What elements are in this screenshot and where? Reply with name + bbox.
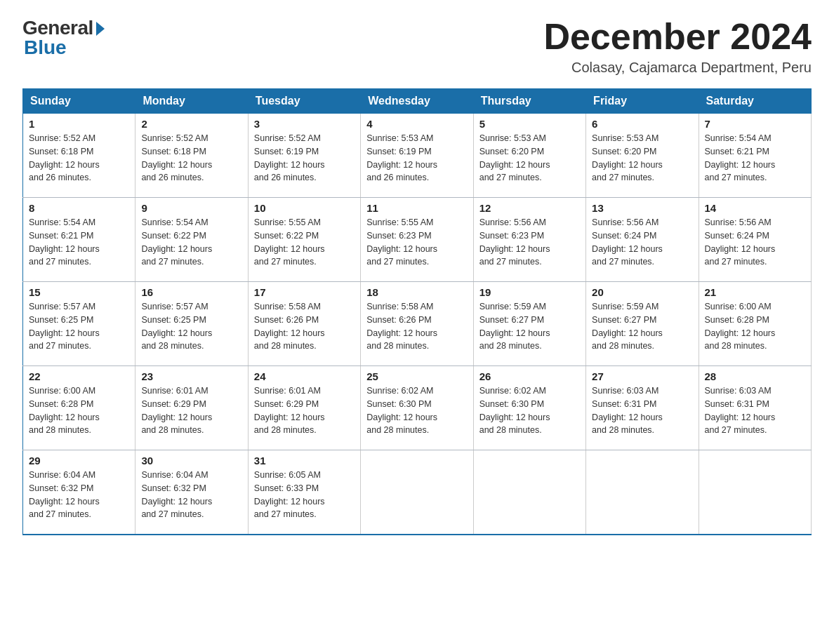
day-number: 23 [141,370,241,382]
day-info: Sunrise: 5:54 AMSunset: 6:21 PMDaylight:… [29,217,100,267]
day-number: 27 [592,370,692,382]
table-row: 22Sunrise: 6:00 AMSunset: 6:28 PMDayligh… [23,366,135,450]
table-row: 28Sunrise: 6:03 AMSunset: 6:31 PMDayligh… [699,366,811,450]
day-info: Sunrise: 5:55 AMSunset: 6:23 PMDaylight:… [366,217,437,267]
title-section: December 2024 Colasay, Cajamarca Departm… [543,17,812,76]
day-number: 28 [705,370,805,382]
day-number: 4 [366,118,467,130]
day-info: Sunrise: 5:58 AMSunset: 6:26 PMDaylight:… [254,302,325,351]
day-number: 2 [141,118,241,130]
day-info: Sunrise: 5:56 AMSunset: 6:23 PMDaylight:… [479,217,550,267]
day-number: 29 [29,455,129,467]
table-row: 23Sunrise: 6:01 AMSunset: 6:29 PMDayligh… [135,366,248,450]
table-row [473,450,585,535]
table-row: 29Sunrise: 6:04 AMSunset: 6:32 PMDayligh… [23,450,135,535]
table-row: 14Sunrise: 5:56 AMSunset: 6:24 PMDayligh… [699,198,811,282]
day-number: 25 [366,370,467,382]
table-row [586,450,699,535]
day-number: 6 [592,118,692,130]
header-monday: Monday [135,89,248,114]
calendar-table: Sunday Monday Tuesday Wednesday Thursday… [22,88,812,535]
day-info: Sunrise: 5:58 AMSunset: 6:26 PMDaylight:… [366,302,437,351]
day-info: Sunrise: 6:05 AMSunset: 6:33 PMDaylight:… [254,470,325,519]
day-info: Sunrise: 6:01 AMSunset: 6:29 PMDaylight:… [254,386,325,435]
day-info: Sunrise: 5:59 AMSunset: 6:27 PMDaylight:… [479,302,550,351]
day-number: 20 [592,286,692,298]
calendar-week-row: 22Sunrise: 6:00 AMSunset: 6:28 PMDayligh… [23,366,812,450]
table-row: 30Sunrise: 6:04 AMSunset: 6:32 PMDayligh… [135,450,248,535]
day-info: Sunrise: 5:57 AMSunset: 6:25 PMDaylight:… [29,302,100,351]
table-row: 20Sunrise: 5:59 AMSunset: 6:27 PMDayligh… [586,282,699,366]
day-number: 31 [254,455,355,467]
location-title: Colasay, Cajamarca Department, Peru [543,60,812,76]
table-row: 31Sunrise: 6:05 AMSunset: 6:33 PMDayligh… [248,450,360,535]
calendar-week-row: 29Sunrise: 6:04 AMSunset: 6:32 PMDayligh… [23,450,812,535]
day-info: Sunrise: 6:01 AMSunset: 6:29 PMDaylight:… [141,386,212,435]
day-number: 9 [141,202,241,214]
table-row: 1Sunrise: 5:52 AMSunset: 6:18 PMDaylight… [23,114,135,198]
day-info: Sunrise: 5:52 AMSunset: 6:18 PMDaylight:… [141,133,212,182]
day-info: Sunrise: 6:03 AMSunset: 6:31 PMDaylight:… [705,386,776,435]
day-info: Sunrise: 6:02 AMSunset: 6:30 PMDaylight:… [366,386,437,435]
header-wednesday: Wednesday [361,89,473,114]
header-sunday: Sunday [23,89,135,114]
calendar-week-row: 1Sunrise: 5:52 AMSunset: 6:18 PMDaylight… [23,114,812,198]
day-info: Sunrise: 5:57 AMSunset: 6:25 PMDaylight:… [141,302,212,351]
table-row [699,450,811,535]
table-row: 3Sunrise: 5:52 AMSunset: 6:19 PMDaylight… [248,114,360,198]
day-info: Sunrise: 5:54 AMSunset: 6:22 PMDaylight:… [141,217,212,267]
day-number: 15 [29,286,129,298]
table-row [361,450,473,535]
day-info: Sunrise: 5:53 AMSunset: 6:20 PMDaylight:… [479,133,550,182]
header-saturday: Saturday [699,89,811,114]
table-row: 11Sunrise: 5:55 AMSunset: 6:23 PMDayligh… [361,198,473,282]
day-number: 17 [254,286,355,298]
day-number: 10 [254,202,355,214]
table-row: 10Sunrise: 5:55 AMSunset: 6:22 PMDayligh… [248,198,360,282]
table-row: 8Sunrise: 5:54 AMSunset: 6:21 PMDaylight… [23,198,135,282]
day-info: Sunrise: 6:00 AMSunset: 6:28 PMDaylight:… [29,386,100,435]
day-number: 18 [366,286,467,298]
table-row: 19Sunrise: 5:59 AMSunset: 6:27 PMDayligh… [473,282,585,366]
table-row: 6Sunrise: 5:53 AMSunset: 6:20 PMDaylight… [586,114,699,198]
table-row: 27Sunrise: 6:03 AMSunset: 6:31 PMDayligh… [586,366,699,450]
table-row: 25Sunrise: 6:02 AMSunset: 6:30 PMDayligh… [361,366,473,450]
table-row: 12Sunrise: 5:56 AMSunset: 6:23 PMDayligh… [473,198,585,282]
table-row: 21Sunrise: 6:00 AMSunset: 6:28 PMDayligh… [699,282,811,366]
table-row: 16Sunrise: 5:57 AMSunset: 6:25 PMDayligh… [135,282,248,366]
day-info: Sunrise: 5:53 AMSunset: 6:20 PMDaylight:… [592,133,663,182]
day-info: Sunrise: 5:52 AMSunset: 6:18 PMDaylight:… [29,133,100,182]
day-number: 1 [29,118,129,130]
day-info: Sunrise: 5:53 AMSunset: 6:19 PMDaylight:… [366,133,437,182]
day-info: Sunrise: 5:56 AMSunset: 6:24 PMDaylight:… [705,217,776,267]
day-info: Sunrise: 6:03 AMSunset: 6:31 PMDaylight:… [592,386,663,435]
day-info: Sunrise: 5:59 AMSunset: 6:27 PMDaylight:… [592,302,663,351]
day-number: 8 [29,202,129,214]
day-number: 24 [254,370,355,382]
day-number: 5 [479,118,580,130]
day-info: Sunrise: 6:04 AMSunset: 6:32 PMDaylight:… [141,470,212,519]
day-info: Sunrise: 5:54 AMSunset: 6:21 PMDaylight:… [705,133,776,182]
page-header: General Blue December 2024 Colasay, Caja… [22,17,812,76]
day-info: Sunrise: 5:56 AMSunset: 6:24 PMDaylight:… [592,217,663,267]
table-row: 7Sunrise: 5:54 AMSunset: 6:21 PMDaylight… [699,114,811,198]
day-number: 12 [479,202,580,214]
day-number: 16 [141,286,241,298]
day-number: 21 [705,286,805,298]
day-info: Sunrise: 6:00 AMSunset: 6:28 PMDaylight:… [705,302,776,351]
day-number: 7 [705,118,805,130]
calendar-week-row: 8Sunrise: 5:54 AMSunset: 6:21 PMDaylight… [23,198,812,282]
calendar-week-row: 15Sunrise: 5:57 AMSunset: 6:25 PMDayligh… [23,282,812,366]
day-number: 3 [254,118,355,130]
logo-triangle-icon [96,22,105,36]
day-info: Sunrise: 6:04 AMSunset: 6:32 PMDaylight:… [29,470,100,519]
day-number: 13 [592,202,692,214]
day-number: 22 [29,370,129,382]
header-friday: Friday [586,89,699,114]
table-row: 26Sunrise: 6:02 AMSunset: 6:30 PMDayligh… [473,366,585,450]
day-number: 11 [366,202,467,214]
table-row: 18Sunrise: 5:58 AMSunset: 6:26 PMDayligh… [361,282,473,366]
table-row: 4Sunrise: 5:53 AMSunset: 6:19 PMDaylight… [361,114,473,198]
day-number: 14 [705,202,805,214]
header-thursday: Thursday [473,89,585,114]
